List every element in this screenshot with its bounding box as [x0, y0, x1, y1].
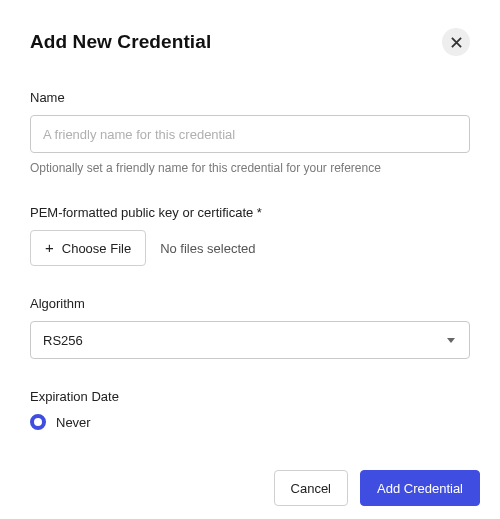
file-picker-row: + Choose File No files selected — [30, 230, 470, 266]
close-button[interactable] — [442, 28, 470, 56]
modal-header: Add New Credential — [30, 28, 470, 56]
expiration-field: Expiration Date Never — [30, 389, 470, 430]
name-label: Name — [30, 90, 470, 105]
algorithm-value: RS256 — [43, 333, 83, 348]
cancel-button[interactable]: Cancel — [274, 470, 348, 506]
modal-title: Add New Credential — [30, 31, 211, 53]
pem-label: PEM-formatted public key or certificate … — [30, 205, 470, 220]
add-credential-modal: Add New Credential Name Optionally set a… — [0, 0, 500, 519]
file-status: No files selected — [160, 241, 255, 256]
expiration-option-never[interactable]: Never — [30, 414, 470, 430]
algorithm-label: Algorithm — [30, 296, 470, 311]
chevron-down-icon — [447, 338, 455, 343]
pem-field: PEM-formatted public key or certificate … — [30, 205, 470, 266]
choose-file-label: Choose File — [62, 241, 131, 256]
name-hint: Optionally set a friendly name for this … — [30, 161, 470, 175]
algorithm-select[interactable]: RS256 — [30, 321, 470, 359]
name-field: Name Optionally set a friendly name for … — [30, 90, 470, 175]
choose-file-button[interactable]: + Choose File — [30, 230, 146, 266]
algorithm-field: Algorithm RS256 — [30, 296, 470, 359]
radio-icon — [30, 414, 46, 430]
modal-footer: Cancel Add Credential — [0, 457, 500, 519]
expiration-never-label: Never — [56, 415, 91, 430]
expiration-label: Expiration Date — [30, 389, 470, 404]
close-icon — [451, 37, 462, 48]
add-credential-button[interactable]: Add Credential — [360, 470, 480, 506]
name-input[interactable] — [30, 115, 470, 153]
plus-icon: + — [45, 240, 54, 255]
